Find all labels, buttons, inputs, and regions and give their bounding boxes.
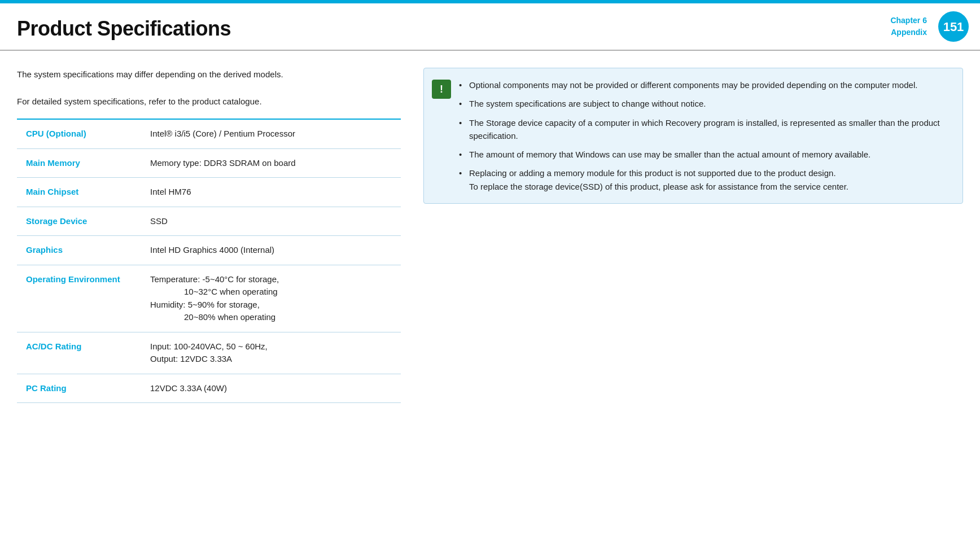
intro-line1: The system specifications may differ dep… bbox=[17, 68, 401, 81]
spec-value: Intel HM76 bbox=[141, 178, 401, 207]
table-row: GraphicsIntel HD Graphics 4000 (Internal… bbox=[17, 236, 401, 265]
table-row: Main MemoryMemory type: DDR3 SDRAM on bo… bbox=[17, 148, 401, 178]
chapter-label-line2: Appendix bbox=[891, 27, 927, 38]
spec-label: Main Memory bbox=[17, 148, 141, 178]
spec-value: Input: 100-240VAC, 50 ~ 60Hz,Output: 12V… bbox=[141, 332, 401, 374]
list-item: The Storage device capacity of a compute… bbox=[459, 116, 951, 143]
header: Product Specifications Chapter 6 Appendi… bbox=[0, 3, 980, 51]
main-content: The system specifications may differ dep… bbox=[0, 51, 980, 420]
list-item: Replacing or adding a memory module for … bbox=[459, 167, 951, 193]
table-row: CPU (Optional)Intel® i3/i5 (Core) / Pent… bbox=[17, 119, 401, 148]
list-item: The amount of memory that Windows can us… bbox=[459, 148, 951, 161]
intro-line2: For detailed system specifications, refe… bbox=[17, 95, 401, 108]
left-column: The system specifications may differ dep… bbox=[17, 68, 401, 403]
table-row: Storage DeviceSSD bbox=[17, 207, 401, 236]
table-row: Operating EnvironmentTemperature: -5~40°… bbox=[17, 265, 401, 332]
spec-value: Temperature: -5~40°C for storage,10~32°C… bbox=[141, 265, 401, 332]
notice-list: Optional components may not be provided … bbox=[459, 78, 951, 193]
header-title-area: Product Specifications bbox=[0, 3, 879, 50]
list-item: The system specifications are subject to… bbox=[459, 97, 951, 110]
spec-value: Memory type: DDR3 SDRAM on board bbox=[141, 148, 401, 178]
page-title: Product Specifications bbox=[17, 17, 231, 40]
chapter-area: Chapter 6 Appendix 151 bbox=[879, 3, 980, 50]
notice-icon: ! bbox=[432, 80, 451, 99]
spec-label: PC Rating bbox=[17, 374, 141, 403]
spec-value: 12VDC 3.33A (40W) bbox=[141, 374, 401, 403]
right-column: ! Optional components may not be provide… bbox=[423, 68, 963, 403]
page: Product Specifications Chapter 6 Appendi… bbox=[0, 0, 980, 543]
spec-label: AC/DC Rating bbox=[17, 332, 141, 374]
spec-value: Intel® i3/i5 (Core) / Pentium Processor bbox=[141, 119, 401, 148]
spec-value: SSD bbox=[141, 207, 401, 236]
table-row: Main ChipsetIntel HM76 bbox=[17, 178, 401, 207]
spec-label: CPU (Optional) bbox=[17, 119, 141, 148]
chapter-label-line1: Chapter 6 bbox=[890, 15, 927, 27]
notice-box: ! Optional components may not be provide… bbox=[423, 68, 963, 204]
spec-value: Intel HD Graphics 4000 (Internal) bbox=[141, 236, 401, 265]
intro-text: The system specifications may differ dep… bbox=[17, 68, 401, 108]
table-row: PC Rating12VDC 3.33A (40W) bbox=[17, 374, 401, 403]
list-item: Optional components may not be provided … bbox=[459, 78, 951, 91]
chapter-badge: 151 bbox=[938, 11, 969, 42]
table-row: AC/DC RatingInput: 100-240VAC, 50 ~ 60Hz… bbox=[17, 332, 401, 374]
spec-label: Main Chipset bbox=[17, 178, 141, 207]
specs-table: CPU (Optional)Intel® i3/i5 (Core) / Pent… bbox=[17, 119, 401, 403]
spec-label: Storage Device bbox=[17, 207, 141, 236]
chapter-row: Chapter 6 Appendix 151 bbox=[890, 11, 969, 42]
spec-label: Operating Environment bbox=[17, 265, 141, 332]
spec-label: Graphics bbox=[17, 236, 141, 265]
